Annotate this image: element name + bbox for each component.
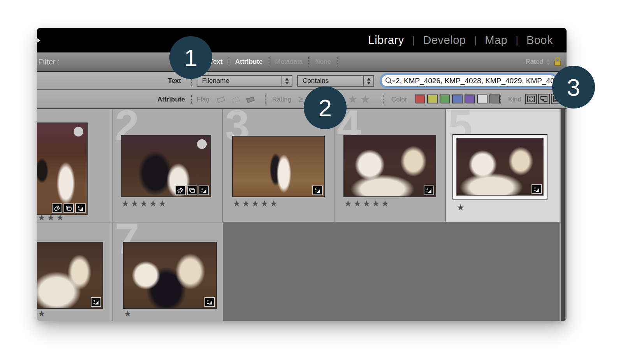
panel-collapse-arrow-icon[interactable]: [37, 37, 40, 44]
text-search-input[interactable]: 2, KMP_4026, KMP_4028, KMP_4029, KMP_403…: [381, 75, 556, 87]
flag-picked-icon[interactable]: [215, 94, 228, 105]
color-swatch-blue[interactable]: [452, 94, 463, 103]
develop-adjustments-badge-icon[interactable]: [91, 297, 101, 307]
dotted-separator: [337, 57, 338, 66]
photo-thumbnail[interactable]: [124, 243, 216, 308]
rating-label: Rating: [272, 96, 291, 103]
annotation-step-3: 3: [552, 66, 595, 108]
search-input-value: 2, KMP_4026, KMP_4028, KMP_4029, KMP_403…: [396, 77, 556, 85]
grid-scrollbar[interactable]: [560, 109, 567, 321]
flag-filter-buttons: [215, 94, 257, 105]
thumbnail-badges: [52, 203, 86, 213]
star-rating[interactable]: ★: [38, 309, 47, 319]
color-swatch-green[interactable]: [440, 94, 450, 103]
thumbnail-badges: [424, 186, 434, 195]
module-book[interactable]: Book: [518, 34, 561, 47]
select-stepper-icon: [363, 76, 373, 86]
annotation-number: 3: [567, 74, 580, 101]
text-filter-row: Text Filename Contains 2, KMP_4026, KMP_…: [37, 72, 567, 90]
filter-preset-control: Rated: [526, 52, 562, 71]
module-separator: |: [516, 34, 518, 46]
annotation-number: 2: [319, 94, 332, 122]
photo-thumbnail[interactable]: [233, 136, 324, 196]
star-rating[interactable]: ★★★★★: [344, 199, 391, 209]
photo-cell-5-selected[interactable]: 5 ★: [446, 109, 560, 222]
module-separator: |: [474, 34, 477, 46]
keywords-badge-icon[interactable]: [175, 186, 186, 195]
dotted-separator: [500, 95, 501, 104]
develop-adjustments-badge-icon[interactable]: [531, 184, 542, 194]
photo-thumbnail[interactable]: [121, 136, 210, 196]
quick-collection-marker[interactable]: [197, 139, 207, 149]
collection-badge-icon[interactable]: [187, 186, 197, 195]
module-library[interactable]: Library: [360, 34, 412, 47]
star-rating[interactable]: ★: [457, 203, 466, 213]
filter-lock-icon[interactable]: [553, 57, 562, 67]
photo-cell-6[interactable]: ★: [37, 222, 112, 321]
flag-unflagged-icon[interactable]: [230, 94, 243, 105]
annotation-step-2: 2: [304, 86, 347, 129]
photo-thumbnail-selected[interactable]: [452, 134, 547, 200]
photo-thumbnail[interactable]: [37, 123, 87, 214]
dotted-separator: [308, 57, 309, 66]
filter-tab-attribute[interactable]: Attribute: [229, 58, 269, 66]
search-field-select[interactable]: Filename: [197, 75, 292, 87]
wedding-photo: [124, 243, 216, 308]
color-swatch-red[interactable]: [415, 94, 425, 103]
text-row-label: Text: [138, 77, 181, 85]
star-rating[interactable]: ★★★★★: [121, 199, 168, 209]
develop-adjustments-badge-icon[interactable]: [199, 186, 209, 195]
wedding-photo: [457, 138, 543, 195]
flag-rejected-icon[interactable]: [245, 94, 257, 105]
grid-view: ★★★ 2 ★★★★★: [37, 109, 567, 321]
photo-cell-7[interactable]: 7 ★: [113, 222, 222, 321]
photo-thumbnail[interactable]: [344, 136, 435, 196]
color-swatch-yellow[interactable]: [427, 94, 438, 103]
develop-adjustments-badge-icon[interactable]: [312, 186, 323, 195]
search-icon[interactable]: [385, 77, 396, 85]
star-rating[interactable]: ★: [124, 309, 133, 319]
annotation-number: 1: [184, 44, 197, 72]
develop-adjustments-badge-icon[interactable]: [424, 186, 434, 195]
rating-operator[interactable]: ≥: [299, 95, 303, 104]
color-swatch-purple[interactable]: [465, 94, 475, 103]
kind-master-photo-icon[interactable]: [525, 94, 537, 104]
attribute-row-label: Attribute: [134, 96, 185, 103]
color-swatch-gray[interactable]: [489, 94, 500, 103]
lightroom-window: Library | Develop | Map | Book Filter : …: [37, 28, 567, 321]
filter-label: Filter :: [38, 58, 60, 66]
module-separator: |: [412, 34, 415, 46]
annotation-step-1: 1: [169, 36, 212, 79]
photo-cell-2[interactable]: 2 ★★★★★: [113, 109, 222, 222]
photo-cell-4[interactable]: 4 ★★★★★: [334, 109, 445, 222]
collection-badge-icon[interactable]: [63, 203, 74, 213]
photo-thumbnail[interactable]: [37, 243, 102, 308]
search-condition-select[interactable]: Contains: [297, 75, 374, 87]
preset-spinner-icon[interactable]: [546, 59, 550, 65]
thumbnail-badges: [204, 297, 215, 307]
develop-adjustments-badge-icon[interactable]: [204, 297, 215, 307]
library-filter-bar: Filter : Text Attribute Metadata None Ra…: [37, 52, 567, 72]
module-develop[interactable]: Develop: [415, 34, 474, 47]
module-map[interactable]: Map: [477, 34, 516, 47]
dotted-separator: [269, 57, 269, 66]
select-stepper-icon: [282, 76, 292, 86]
photo-cell-1[interactable]: ★★★: [37, 109, 112, 222]
develop-adjustments-badge-icon[interactable]: [75, 203, 86, 213]
filter-tabs: Text Attribute Metadata None: [204, 52, 338, 71]
filter-tab-metadata[interactable]: Metadata: [269, 58, 309, 66]
kind-virtual-copy-icon[interactable]: [538, 94, 550, 104]
filter-preset-value[interactable]: Rated: [526, 58, 543, 66]
filter-tab-none[interactable]: None: [309, 58, 337, 66]
thumbnail-badges: [312, 186, 323, 195]
dotted-separator: [191, 95, 192, 104]
star-rating[interactable]: ★★★★★: [233, 199, 279, 209]
quick-collection-marker[interactable]: [74, 127, 83, 136]
star-rating[interactable]: ★★★: [38, 213, 65, 223]
color-swatch-white[interactable]: [477, 94, 487, 103]
wedding-photo: [233, 136, 324, 196]
keywords-badge-icon[interactable]: [52, 203, 62, 213]
dotted-separator: [383, 95, 384, 104]
module-picker-bar: Library | Develop | Map | Book: [37, 28, 567, 52]
dotted-separator: [265, 95, 266, 104]
